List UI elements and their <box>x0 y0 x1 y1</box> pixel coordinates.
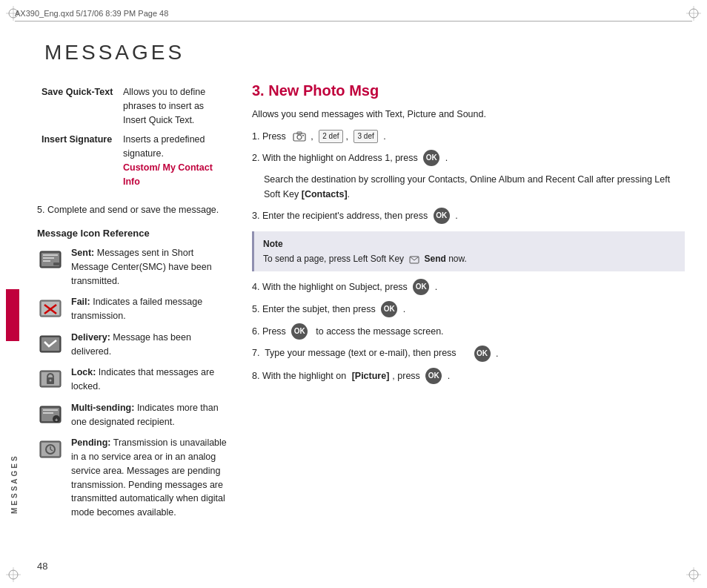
icon-ref-title: Message Icon Reference <box>37 228 230 239</box>
complete-line: 5. Complete and send or save the message… <box>37 203 230 217</box>
icon-text-delivery: Delivery: Message has been delivered. <box>71 331 230 359</box>
ok-button-7: OK <box>474 346 491 362</box>
section-intro: Allows you send messages with Text, Pict… <box>252 107 685 122</box>
right-column: 3. New Photo Msg Allows you send message… <box>252 82 685 551</box>
table-value: Allows you to define phrases to insert a… <box>119 82 230 130</box>
step-4: 4. With the highlight on Subject, press … <box>252 279 685 295</box>
icon-item-delivery: Delivery: Message has been delivered. <box>37 331 230 359</box>
icon-text-fail: Fail: Indicates a failed message transmi… <box>71 295 230 323</box>
note-text: To send a page, press Left Soft Key Send… <box>263 252 676 265</box>
icon-text-lock: Lock: Indicates that messages are locked… <box>71 366 230 394</box>
step-2: 2. With the highlight on Address 1, pres… <box>252 150 685 166</box>
icon-text-sent: Sent: Messages sent in Short Message Cen… <box>71 246 230 288</box>
icon-list: Sent: Messages sent in Short Message Cen… <box>37 246 230 520</box>
ok-button-3: OK <box>434 208 450 224</box>
key-3def: 3 def <box>354 130 377 143</box>
ok-button-5: OK <box>381 301 397 317</box>
section-heading: New Photo Msg <box>268 82 379 99</box>
svg-rect-31 <box>43 412 53 414</box>
table-value: Inserts a predefined signature. Custom/ … <box>119 130 230 191</box>
icon-item-fail: Fail: Indicates a failed message transmi… <box>37 295 230 323</box>
delivery-icon <box>37 331 64 357</box>
page-header: AX390_Eng.qxd 5/17/06 8:39 PM Page 48 <box>15 9 692 22</box>
main-content: MESSAGES Save Quick-Text Allows you to d… <box>37 41 685 551</box>
svg-rect-14 <box>43 254 58 256</box>
reg-mark-bl <box>6 567 21 582</box>
step-8-highlight: [Picture] <box>352 369 390 383</box>
svg-rect-16 <box>43 260 50 262</box>
note-title: Note <box>263 237 676 251</box>
feature-table: Save Quick-Text Allows you to define phr… <box>37 82 230 191</box>
svg-rect-15 <box>43 257 54 259</box>
ok-button-6: OK <box>291 323 308 340</box>
step-8: 8. With the highlight on [Picture] , pre… <box>252 368 685 384</box>
sent-icon <box>37 246 64 273</box>
reg-mark-br <box>686 567 701 582</box>
fail-icon <box>37 295 64 322</box>
key-2def: 2 def <box>319 130 342 143</box>
note-box: Note To send a page, press Left Soft Key… <box>252 231 685 271</box>
step-7: 7. Type your message (text or e-mail), t… <box>252 346 685 362</box>
ok-button-4: OK <box>413 279 429 295</box>
multi-sending-icon: + <box>37 401 64 428</box>
svg-point-27 <box>50 380 52 382</box>
svg-rect-17 <box>53 262 59 265</box>
svg-rect-30 <box>43 409 58 411</box>
camera-icon <box>293 131 306 142</box>
table-label: Save Quick-Text <box>37 82 119 130</box>
lock-icon <box>37 366 64 392</box>
step-6: 6. Press OK to access the message screen… <box>252 323 685 340</box>
table-label: Insert Signature <box>37 130 119 191</box>
icon-text-multi: Multi-sending: Indicates more than one d… <box>71 401 230 429</box>
svg-rect-42 <box>302 135 304 136</box>
icon-item-multi: + Multi-sending: Indicates more than one… <box>37 401 230 429</box>
ok-button-8: OK <box>425 368 442 384</box>
icon-item-pending: Pending: Transmission is unavailable in … <box>37 436 230 520</box>
side-label: MESSAGES <box>10 222 19 514</box>
highlight-text: Custom/ My Contact Info <box>123 162 213 187</box>
left-column: Save Quick-Text Allows you to define phr… <box>37 82 230 551</box>
page-title: MESSAGES <box>44 41 685 65</box>
page-number: 48 <box>37 561 47 572</box>
table-row: Insert Signature Inserts a predefined si… <box>37 130 230 191</box>
step-5: 5. Enter the subjet, then press OK . <box>252 301 685 317</box>
send-icon <box>409 255 419 264</box>
ok-button-2: OK <box>423 150 439 166</box>
icon-item-lock: Lock: Indicates that messages are locked… <box>37 366 230 394</box>
icon-item-sent: Sent: Messages sent in Short Message Cen… <box>37 246 230 288</box>
columns: Save Quick-Text Allows you to define phr… <box>37 82 685 551</box>
step-2-indent: Search the destination by scrolling your… <box>252 172 685 202</box>
table-row: Save Quick-Text Allows you to define phr… <box>37 82 230 130</box>
step-3: 3. Enter the recipient's address, then p… <box>252 208 685 224</box>
svg-point-40 <box>297 135 302 139</box>
header-filename: AX390_Eng.qxd 5/17/06 8:39 PM Page 48 <box>15 9 168 18</box>
svg-text:+: + <box>55 417 59 423</box>
pending-icon <box>37 436 64 463</box>
step-1: 1. Press , 2 def , 3 def . <box>252 129 685 144</box>
section-title: 3. New Photo Msg <box>252 82 685 99</box>
icon-text-pending: Pending: Transmission is unavailable in … <box>71 436 230 520</box>
section-number: 3. <box>252 82 268 99</box>
